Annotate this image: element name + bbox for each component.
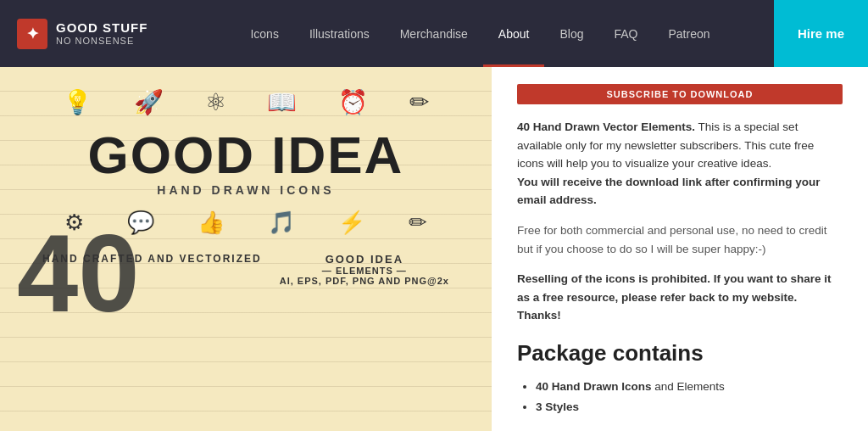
package-list: 40 Hand Drawn Icons and Elements 3 Style… [517,377,843,418]
bottom-right-text: GOOD IDEA — ELEMENTS — AI, EPS, PDF, PNG… [280,253,449,286]
icon-book: 📖 [267,88,297,116]
package-item-0: 40 Hand Drawn Icons and Elements [536,377,843,397]
icons-grid: 💡 🚀 ⚛ 📖 ⏰ ✏ GOOD IDEA HAND DRAWN ICONS ⚙… [0,76,492,303]
header: ✦ GOOD STUFF NO NONSENSE Icons Illustrat… [0,0,868,67]
big-number: 40 [17,218,140,328]
logo-icon: ✦ [17,19,47,49]
hand-drawn-subtitle: HAND DRAWN ICONS [17,183,475,197]
resell-paragraph: Reselling of the icons is prohibited. If… [517,270,843,325]
nav-icons[interactable]: Icons [235,0,293,67]
logo-symbol: ✦ [26,25,39,43]
package-item-0-bold: 40 Hand Drawn Icons [536,380,652,393]
package-item-0-rest: and Elements [652,380,725,393]
good-idea-title: GOOD IDEA [17,129,475,182]
icon-lightbulb: 💡 [63,88,92,116]
logo-area: ✦ GOOD STUFF NO NONSENSE [0,0,186,67]
icon-pencil-top: ✏ [409,88,429,116]
package-item-1: 3 Styles [536,397,843,417]
icon-clock: ⏰ [338,88,368,116]
active-indicator [483,64,545,67]
logo-text: GOOD STUFF NO NONSENSE [56,20,147,47]
main-nav: Icons Illustrations Merchandise About Bl… [186,0,774,67]
description-bold-2: You will receive the download link after… [517,176,821,207]
elements-deco: — ELEMENTS — [280,266,449,276]
icon-pencil-bottom: ✏ [409,210,427,236]
left-panel: 💡 🚀 ⚛ 📖 ⏰ ✏ GOOD IDEA HAND DRAWN ICONS ⚙… [0,67,492,431]
subscribe-bar[interactable]: SUBSCRIBE TO DOWNLOAD [517,84,843,104]
right-panel: SUBSCRIBE TO DOWNLOAD 40 Hand Drawn Vect… [492,67,868,431]
hire-me-button[interactable]: Hire me [774,0,868,67]
elements-formats: AI, EPS, PDF, PNG AND PNG@2x [280,276,449,286]
icon-thumbsup: 👍 [198,210,225,236]
description-bold-1: 40 Hand Drawn Vector Elements. [517,120,695,133]
logo-line2: NO NONSENSE [56,36,147,47]
package-title: Package contains [517,340,843,367]
nav-illustrations[interactable]: Illustrations [294,0,385,67]
resell-bold: Reselling of the icons is prohibited. If… [517,272,832,322]
nav-blog[interactable]: Blog [544,0,598,67]
description-paragraph-1: 40 Hand Drawn Vector Elements. This is a… [517,118,843,210]
logo-line1: GOOD STUFF [56,20,147,36]
nav-faq[interactable]: FAQ [598,0,653,67]
package-item-1-bold: 3 Styles [536,400,579,413]
icon-atom: ⚛ [205,88,226,116]
top-icons-row: 💡 🚀 ⚛ 📖 ⏰ ✏ [17,84,475,120]
icon-music: 🎵 [268,210,295,236]
icon-rocket: 🚀 [134,88,164,116]
nav-patreon[interactable]: Patreon [654,0,726,67]
free-use-paragraph: Free for both commercial and personal us… [517,221,843,258]
lined-paper: 💡 🚀 ⚛ 📖 ⏰ ✏ GOOD IDEA HAND DRAWN ICONS ⚙… [0,67,492,431]
nav-merchandise[interactable]: Merchandise [385,0,483,67]
icon-lightning: ⚡ [338,210,365,236]
main-content: 💡 🚀 ⚛ 📖 ⏰ ✏ GOOD IDEA HAND DRAWN ICONS ⚙… [0,67,868,431]
elements-title: GOOD IDEA [280,253,449,266]
center-text-block: GOOD IDEA HAND DRAWN ICONS [17,129,475,197]
nav-about[interactable]: About [483,0,545,67]
